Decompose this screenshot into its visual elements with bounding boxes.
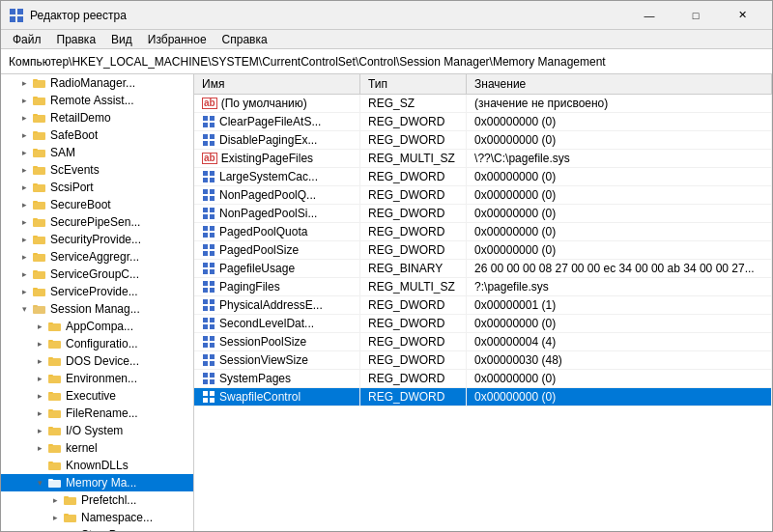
expand-icon[interactable]: ▸	[47, 509, 63, 526]
tree-item-sam[interactable]: ▸ SAM	[1, 144, 193, 161]
svg-rect-103	[210, 324, 215, 329]
expand-icon[interactable]: ▸	[32, 439, 47, 457]
maximize-button[interactable]: □	[673, 1, 718, 30]
expand-icon[interactable]: ▸	[16, 92, 32, 109]
tree-item-sessionmanager[interactable]: ▾ Session Manag...	[1, 300, 193, 318]
table-row[interactable]: SessionViewSize REG_DWORD 0x00000030 (48…	[194, 351, 772, 370]
tree-label: Configuratio...	[66, 337, 138, 350]
svg-rect-115	[210, 379, 215, 384]
tree-item-storepar[interactable]: ▸ StorePar...	[1, 526, 193, 531]
menu-favorites[interactable]: Избранное	[140, 31, 215, 48]
tree-item-scsiport[interactable]: ▸ ScsiPort	[1, 179, 193, 196]
tree-item-iosystem[interactable]: ▸ I/O System	[1, 422, 193, 439]
expand-icon[interactable]: ▸	[32, 335, 47, 352]
svg-rect-27	[33, 270, 38, 272]
tree-item-kernel[interactable]: ▸ kernel	[1, 439, 193, 457]
table-row[interactable]: PagefileUsage REG_BINARY 26 00 00 00 08 …	[194, 260, 772, 278]
expand-icon[interactable]: ▾	[16, 300, 32, 318]
expand-icon[interactable]: ▸	[32, 370, 47, 387]
tree-item-memorymgmt[interactable]: ▾ Memory Ma...	[1, 474, 193, 491]
expand-icon[interactable]: ▸	[16, 283, 32, 300]
svg-rect-47	[48, 444, 53, 446]
folder-icon	[32, 214, 47, 230]
expand-icon[interactable]: ▸	[16, 144, 32, 161]
menu-edit[interactable]: Правка	[49, 31, 104, 48]
expand-icon[interactable]: ▸	[16, 196, 32, 213]
tree-label: DOS Device...	[66, 354, 139, 368]
minimize-button[interactable]: —	[627, 1, 672, 30]
tree-item-scevents[interactable]: ▸ ScEvents	[1, 161, 193, 179]
expand-icon[interactable]: ▸	[16, 109, 32, 126]
expand-icon[interactable]: ▸	[16, 266, 32, 283]
tree-item-appcompa[interactable]: ▸ AppCompa...	[1, 318, 193, 335]
tree-item-prefetchl[interactable]: ▸ Prefetchl...	[1, 491, 193, 509]
tree-item-safeboot[interactable]: ▸ SafeBoot	[1, 126, 193, 144]
tree-item-secureboot[interactable]: ▸ SecureBoot	[1, 196, 193, 213]
tree-item-radiomanager[interactable]: ▸ RadioManager...	[1, 74, 193, 92]
table-row[interactable]: LargeSystemCac... REG_DWORD 0x00000000 (…	[194, 168, 772, 186]
expand-icon[interactable]: ▸	[47, 491, 63, 509]
expand-icon[interactable]: ▸	[32, 352, 47, 370]
expand-icon[interactable]: ▸	[32, 422, 47, 439]
value-type: REG_DWORD	[360, 241, 467, 260]
menu-view[interactable]: Вид	[103, 31, 140, 48]
tree-item-securityprovider[interactable]: ▸ SecurityProvide...	[1, 231, 193, 248]
expand-icon[interactable]: ▾	[32, 474, 47, 491]
table-row[interactable]: NonPagedPoolSi... REG_DWORD 0x00000000 (…	[194, 205, 772, 223]
table-row[interactable]: PagingFiles REG_MULTI_SZ ?:\pagefile.sys	[194, 278, 772, 296]
expand-icon[interactable]: ▸	[16, 248, 32, 266]
menu-file[interactable]: Файл	[5, 31, 49, 48]
table-row[interactable]: PagedPoolSize REG_DWORD 0x00000000 (0)	[194, 241, 772, 260]
expand-icon[interactable]: ▸	[16, 161, 32, 179]
table-row[interactable]: ab(По умолчанию) REG_SZ (значение не при…	[194, 95, 772, 113]
tree-item-executive[interactable]: ▸ Executive	[1, 387, 193, 405]
tree-item-knowndlls[interactable]: KnownDLLs	[1, 457, 193, 474]
tree-item-retaildemo[interactable]: ▸ RetailDemo	[1, 109, 193, 126]
value-type: REG_DWORD	[360, 388, 467, 406]
tree-label: SecurePipeSen...	[50, 215, 140, 229]
value-data: 0x00000004 (4)	[467, 333, 772, 351]
table-row[interactable]: ClearPageFileAtS... REG_DWORD 0x00000000…	[194, 113, 772, 131]
svg-rect-76	[203, 208, 208, 212]
tree-item-serviceaggregr[interactable]: ▸ ServiceAggregr...	[1, 248, 193, 266]
tree-item-securepipesem[interactable]: ▸ SecurePipeSen...	[1, 213, 193, 231]
value-data: \??\C:\pagefile.sys	[467, 150, 772, 168]
tree-item-environmen[interactable]: ▸ Environmen...	[1, 370, 193, 387]
tree-item-configuratio[interactable]: ▸ Configuratio...	[1, 335, 193, 352]
expand-icon[interactable]: ▸	[47, 526, 63, 531]
expand-icon[interactable]: ▸	[32, 387, 47, 405]
expand-icon[interactable]: ▸	[16, 213, 32, 231]
tree-item-servicegroupc[interactable]: ▸ ServiceGroupC...	[1, 266, 193, 283]
expand-icon[interactable]: ▸	[16, 126, 32, 144]
dword-icon	[202, 225, 215, 238]
tree-pane[interactable]: ▸ RadioManager...▸ Remote Assist...▸ Ret…	[1, 74, 194, 531]
value-data: 0x00000000 (0)	[467, 223, 772, 241]
tree-item-filerename[interactable]: ▸ FileRename...	[1, 405, 193, 422]
menu-help[interactable]: Справка	[215, 31, 275, 48]
values-pane[interactable]: Имя Тип Значение ab(По умолчанию) REG_SZ…	[194, 74, 772, 531]
table-row[interactable]: NonPagedPoolQ... REG_DWORD 0x00000000 (0…	[194, 186, 772, 205]
svg-rect-49	[48, 462, 53, 463]
tree-item-remoteassist[interactable]: ▸ Remote Assist...	[1, 92, 193, 109]
table-row[interactable]: PagedPoolQuota REG_DWORD 0x00000000 (0)	[194, 223, 772, 241]
table-row[interactable]: SecondLevelDat... REG_DWORD 0x00000000 (…	[194, 315, 772, 333]
table-row[interactable]: SessionPoolSize REG_DWORD 0x00000004 (4)	[194, 333, 772, 351]
title-bar: Редактор реестра — □ ✕	[1, 1, 772, 30]
expand-icon[interactable]: ▸	[16, 179, 32, 196]
table-row[interactable]: SwapfileControl REG_DWORD 0x00000000 (0)	[194, 388, 772, 406]
table-row[interactable]: PhysicalAddressE... REG_DWORD 0x00000001…	[194, 296, 772, 315]
expand-icon[interactable]: ▸	[32, 405, 47, 422]
folder-icon	[63, 527, 78, 531]
expand-icon[interactable]: ▸	[16, 74, 32, 92]
table-row[interactable]: abExistingPageFiles REG_MULTI_SZ \??\C:\…	[194, 150, 772, 168]
expand-icon[interactable]: ▸	[16, 231, 32, 248]
tree-item-dosdevice[interactable]: ▸ DOS Device...	[1, 352, 193, 370]
close-button[interactable]: ✕	[720, 1, 764, 30]
table-row[interactable]: SystemPages REG_DWORD 0x00000000 (0)	[194, 370, 772, 388]
tree-label: RadioManager...	[50, 76, 135, 90]
tree-item-serviceprovide[interactable]: ▸ ServiceProvide...	[1, 283, 193, 300]
tree-item-namespace[interactable]: ▸ Namespace...	[1, 509, 193, 526]
expand-icon[interactable]: ▸	[32, 318, 47, 335]
value-type: REG_DWORD	[360, 296, 467, 315]
table-row[interactable]: DisablePagingEx... REG_DWORD 0x00000000 …	[194, 131, 772, 150]
